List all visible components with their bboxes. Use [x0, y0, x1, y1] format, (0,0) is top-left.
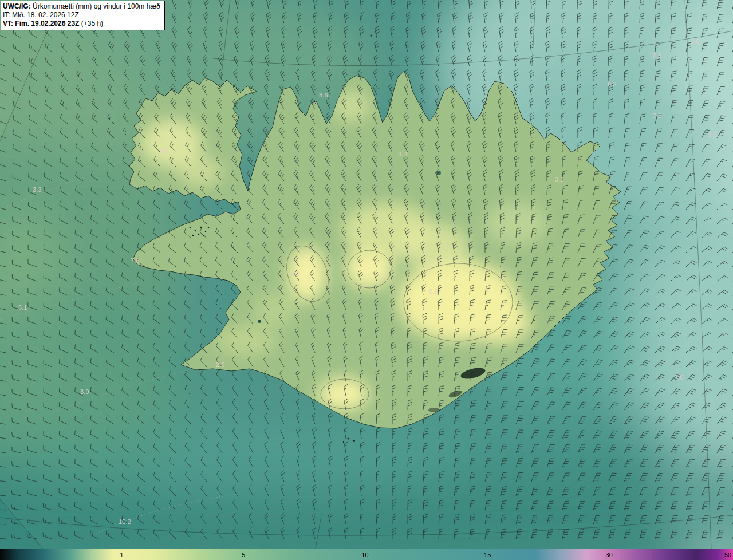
lead-time: (+35 h) — [79, 19, 103, 27]
product-id: UWC/IG: — [3, 2, 31, 10]
map-title-box: UWC/IG: Úrkomumætti (mm) og vindur i 100… — [1, 1, 165, 30]
colorbar-tick-label: 1 — [120, 551, 123, 558]
colorbar-tick-label: 50 — [724, 551, 731, 558]
product-description: Úrkomumætti (mm) og vindur i 100m hæð — [31, 2, 160, 10]
precipitation-colorbar: 1510153050 — [0, 549, 733, 560]
colorbar-tick-label: 10 — [361, 551, 368, 558]
valid-time: VT: Fim. 19.02.2026 23Z — [3, 19, 79, 27]
colorbar-tick-label: 30 — [606, 551, 613, 558]
valid-time-line: VT: Fim. 19.02.2026 23Z (+35 h) — [3, 19, 160, 28]
colorbar-ticks: 1510153050 — [0, 549, 733, 560]
weather-map-screenshot: 3.97.38.37.39.68.64.63.33.03.37.64.30.95… — [0, 0, 733, 560]
product-title: UWC/IG: Úrkomumætti (mm) og vindur i 100… — [3, 2, 160, 11]
colorbar-tick-label: 15 — [484, 551, 491, 558]
precipitation-wind-map — [0, 0, 733, 549]
map-area — [0, 0, 733, 549]
colorbar-tick-label: 5 — [242, 551, 245, 558]
init-time: IT: Mið. 18. 02. 2026 12Z — [3, 11, 160, 19]
